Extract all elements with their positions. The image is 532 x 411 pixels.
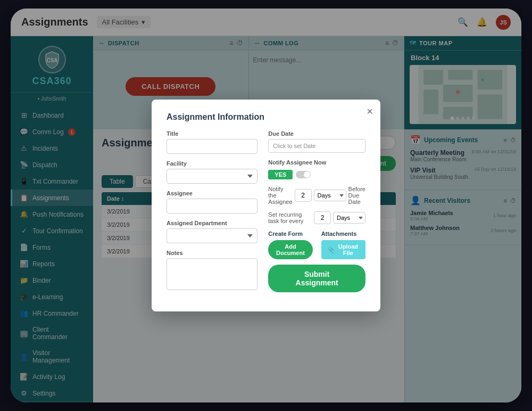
dept-select[interactable]	[167, 228, 257, 243]
notify-before-row: Notify the Assignee Days Weeks Months Be…	[268, 186, 365, 205]
due-date-label: Due Date	[268, 130, 365, 137]
upload-file-button[interactable]: 📎 Upload File	[321, 240, 365, 259]
dept-label: Assigned Department	[167, 220, 257, 226]
notify-before-suffix: Before Due Date	[348, 186, 365, 205]
modal-left-col: Title Facility Assignee Ryan Geidt	[167, 130, 257, 299]
recurring-value[interactable]	[314, 211, 331, 224]
notes-input[interactable]	[167, 258, 257, 290]
assignee-label: Assignee	[167, 190, 257, 196]
notify-before-value[interactable]	[295, 189, 312, 202]
facility-group: Facility	[167, 160, 257, 184]
modal-columns: Title Facility Assignee Ryan Geidt	[167, 130, 365, 299]
notify-now-group: Notify Assignee Now YES	[268, 159, 365, 179]
notes-group: Notes	[167, 250, 257, 292]
title-group: Title	[167, 130, 257, 154]
notify-now-row: Notify Assignee Now	[268, 159, 365, 166]
notify-toggle-row: YES	[268, 170, 365, 179]
recurring-row: Set recurring task for every Days Weeks …	[268, 211, 365, 224]
notes-label: Notes	[167, 250, 257, 256]
due-date-button[interactable]: Click to set Date	[268, 139, 365, 153]
create-attach-row: Create Form Add Document Attachments 📎 U…	[268, 231, 365, 259]
create-form-label: Create Form	[268, 231, 312, 237]
notify-before-group: Notify the Assignee Days Weeks Months Be…	[268, 186, 365, 205]
recurring-label: Set recurring task for every	[268, 211, 312, 224]
assignee-group: Assignee Ryan Geidt	[167, 190, 257, 213]
notify-before-unit[interactable]: Days Weeks Months	[314, 190, 346, 201]
title-label: Title	[167, 130, 257, 137]
facility-select[interactable]	[167, 169, 257, 184]
modal-close-button[interactable]: ×	[367, 106, 373, 117]
recurring-unit[interactable]: Days Weeks Months	[333, 212, 365, 224]
modal-overlay: × Assignment Information Title Facility	[0, 0, 532, 411]
notify-yes-button[interactable]: YES	[268, 170, 293, 179]
assignee-input[interactable]: Ryan Geidt	[167, 199, 257, 213]
add-document-button[interactable]: Add Document	[268, 240, 312, 259]
notify-toggle-slider[interactable]	[296, 171, 311, 178]
upload-icon: 📎	[328, 246, 335, 253]
assignment-modal: × Assignment Information Title Facility	[152, 100, 380, 311]
create-form-col: Create Form Add Document	[268, 231, 312, 259]
dept-group: Assigned Department	[167, 220, 257, 243]
submit-assignment-button[interactable]: Submit Assignment	[268, 265, 365, 292]
notify-before-label: Notify the Assignee	[268, 186, 292, 205]
due-date-group: Due Date Click to set Date	[268, 130, 365, 153]
notify-now-label: Notify Assignee Now	[268, 159, 326, 166]
modal-title: Assignment Information	[167, 112, 365, 122]
modal-right-col: Due Date Click to set Date Notify Assign…	[268, 130, 365, 299]
facility-label: Facility	[167, 160, 257, 167]
attachments-col: Attachments 📎 Upload File	[321, 231, 365, 259]
title-input[interactable]	[167, 139, 257, 154]
recurring-group: Set recurring task for every Days Weeks …	[268, 211, 365, 224]
attachments-label: Attachments	[321, 231, 365, 237]
upload-file-label: Upload File	[337, 243, 359, 256]
